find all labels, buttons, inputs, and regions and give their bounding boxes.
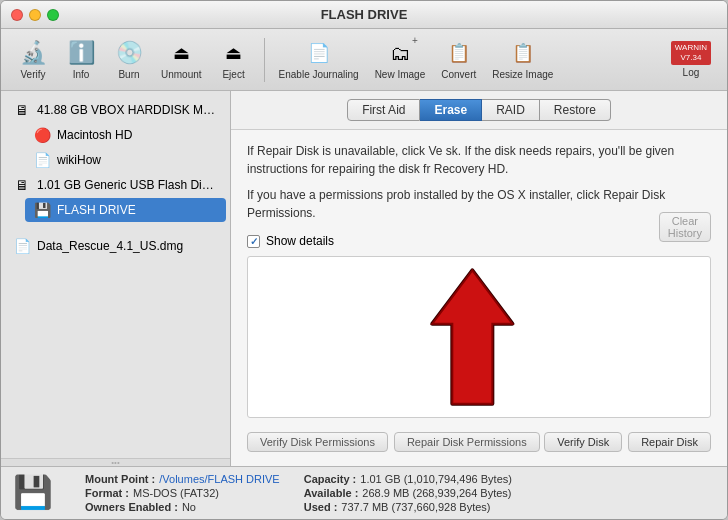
used-label: Used : (304, 501, 338, 513)
arrow-overlay (248, 257, 710, 417)
data-rescue-icon: 📄 (13, 237, 31, 255)
svg-marker-0 (432, 270, 512, 403)
right-panel: First Aid Erase RAID Restore If Repair D… (231, 91, 727, 466)
toolbar-eject[interactable]: ⏏ Eject (212, 35, 256, 84)
sidebar-item-wikihow[interactable]: 📄 wikiHow (25, 148, 226, 172)
toolbar: 🔬 Verify ℹ️ Info 💿 Burn ⏏ Unmount ⏏ Ejec… (1, 29, 727, 91)
content-area: If Repair Disk is unavailable, click Ve … (231, 130, 727, 466)
wikihow-icon: 📄 (33, 151, 51, 169)
usb-flash-icon: 🖥 (13, 176, 31, 194)
minimize-button[interactable] (29, 9, 41, 21)
show-details-checkbox[interactable]: ✓ (247, 235, 260, 248)
footer-used-row: Used : 737.7 MB (737,660,928 Bytes) (304, 501, 512, 513)
toolbar-separator-1 (264, 38, 265, 82)
available-value: 268.9 MB (268,939,264 Bytes) (362, 487, 511, 499)
format-value: MS-DOS (FAT32) (133, 487, 219, 499)
sidebar-item-flash-drive[interactable]: 💾 FLASH DRIVE (25, 198, 226, 222)
show-details-row: ✓ Show details (247, 234, 711, 248)
vbox-label: 41.88 GB VBOX HARDDISK Media (37, 103, 218, 117)
toolbar-unmount[interactable]: ⏏ Unmount (155, 35, 208, 84)
toolbar-new-image[interactable]: 🗂+ New Image (369, 35, 432, 84)
log-label: Log (683, 67, 700, 78)
new-image-label: New Image (375, 69, 426, 80)
toolbar-convert[interactable]: 📋 Convert (435, 35, 482, 84)
info-icon: ℹ️ (67, 39, 95, 67)
unmount-label: Unmount (161, 69, 202, 80)
unmount-icon: ⏏ (167, 39, 195, 67)
flash-drive-label: FLASH DRIVE (57, 203, 136, 217)
wikihow-label: wikiHow (57, 153, 101, 167)
traffic-lights (11, 9, 59, 21)
tab-raid[interactable]: RAID (482, 99, 540, 121)
sidebar-item-vbox[interactable]: 🖥 41.88 GB VBOX HARDDISK Media (5, 98, 226, 122)
bottom-buttons: Verify Disk Permissions Repair Disk Perm… (247, 426, 711, 454)
convert-icon: 📋 (445, 39, 473, 67)
footer-mount-point-row: Mount Point : /Volumes/FLASH DRIVE (85, 473, 280, 485)
flash-drive-icon: 💾 (33, 201, 51, 219)
resize-image-label: Resize Image (492, 69, 553, 80)
log-box (247, 256, 711, 418)
sidebar-item-macintosh-hd[interactable]: 🔴 Macintosh HD (25, 123, 226, 147)
enable-journaling-icon: 📄 (305, 39, 333, 67)
owners-enabled-value: No (182, 501, 196, 513)
footer-left-info: Mount Point : /Volumes/FLASH DRIVE Forma… (85, 473, 280, 513)
mount-point-label: Mount Point : (85, 473, 155, 485)
toolbar-right: WARNINV7.34 Log (665, 37, 717, 81)
sidebar: 🖥 41.88 GB VBOX HARDDISK Media 🔴 Macinto… (1, 91, 231, 466)
footer-format-row: Format : MS-DOS (FAT32) (85, 487, 280, 499)
footer-disk-section: 💾 (13, 473, 61, 513)
sidebar-list: 🖥 41.88 GB VBOX HARDDISK Media 🔴 Macinto… (1, 91, 230, 458)
data-rescue-label: Data_Rescue_4.1_US.dmg (37, 239, 183, 253)
convert-label: Convert (441, 69, 476, 80)
capacity-label: Capacity : (304, 473, 357, 485)
enable-journaling-label: Enable Journaling (279, 69, 359, 80)
repair-disk-permissions-button[interactable]: Repair Disk Permissions (394, 432, 540, 452)
toolbar-resize-image[interactable]: 📋 Resize Image (486, 35, 559, 84)
new-image-icon: 🗂+ (386, 39, 414, 67)
burn-label: Burn (118, 69, 139, 80)
titlebar: FLASH DRIVE (1, 1, 727, 29)
checkbox-check-icon: ✓ (250, 236, 258, 247)
btn-group-left: Verify Disk Permissions Repair Disk Perm… (247, 432, 540, 452)
mount-point-value[interactable]: /Volumes/FLASH DRIVE (159, 473, 279, 485)
usb-flash-label: 1.01 GB Generic USB Flash Disk Media (37, 178, 218, 192)
toolbar-burn[interactable]: 💿 Burn (107, 35, 151, 84)
macintosh-hd-label: Macintosh HD (57, 128, 132, 142)
verify-disk-button[interactable]: Verify Disk (544, 432, 622, 452)
info-label: Info (73, 69, 90, 80)
toolbar-log[interactable]: WARNINV7.34 Log (665, 37, 717, 81)
maximize-button[interactable] (47, 9, 59, 21)
footer-available-row: Available : 268.9 MB (268,939,264 Bytes) (304, 487, 512, 499)
macintosh-hd-icon: 🔴 (33, 126, 51, 144)
tabs-bar: First Aid Erase RAID Restore (231, 91, 727, 130)
verify-disk-permissions-button[interactable]: Verify Disk Permissions (247, 432, 388, 452)
tab-restore[interactable]: Restore (540, 99, 611, 121)
toolbar-enable-journaling[interactable]: 📄 Enable Journaling (273, 35, 365, 84)
used-value: 737.7 MB (737,660,928 Bytes) (341, 501, 490, 513)
resize-image-icon: 📋 (509, 39, 537, 67)
verify-label: Verify (20, 69, 45, 80)
toolbar-verify[interactable]: 🔬 Verify (11, 35, 55, 84)
main-content: 🖥 41.88 GB VBOX HARDDISK Media 🔴 Macinto… (1, 91, 727, 466)
sidebar-item-data-rescue[interactable]: 📄 Data_Rescue_4.1_US.dmg (5, 234, 226, 258)
log-badge: WARNINV7.34 (671, 41, 711, 64)
repair-disk-button[interactable]: Repair Disk (628, 432, 711, 452)
close-button[interactable] (11, 9, 23, 21)
main-window: FLASH DRIVE 🔬 Verify ℹ️ Info 💿 Burn ⏏ Un… (0, 0, 728, 520)
vbox-icon: 🖥 (13, 101, 31, 119)
clear-history-button[interactable]: Clear History (659, 212, 711, 242)
eject-label: Eject (222, 69, 244, 80)
verify-icon: 🔬 (19, 39, 47, 67)
svg-marker-1 (432, 270, 512, 403)
footer: 💾 Mount Point : /Volumes/FLASH DRIVE For… (1, 466, 727, 519)
sidebar-item-usb-flash[interactable]: 🖥 1.01 GB Generic USB Flash Disk Media (5, 173, 226, 197)
svg-marker-2 (432, 270, 512, 403)
toolbar-info[interactable]: ℹ️ Info (59, 35, 103, 84)
window-title: FLASH DRIVE (321, 7, 408, 22)
btn-group-right: Verify Disk Repair Disk (544, 432, 711, 452)
burn-icon: 💿 (115, 39, 143, 67)
log-area: Clear History (247, 256, 711, 418)
tab-erase[interactable]: Erase (420, 99, 482, 121)
available-label: Available : (304, 487, 359, 499)
tab-first-aid[interactable]: First Aid (347, 99, 420, 121)
